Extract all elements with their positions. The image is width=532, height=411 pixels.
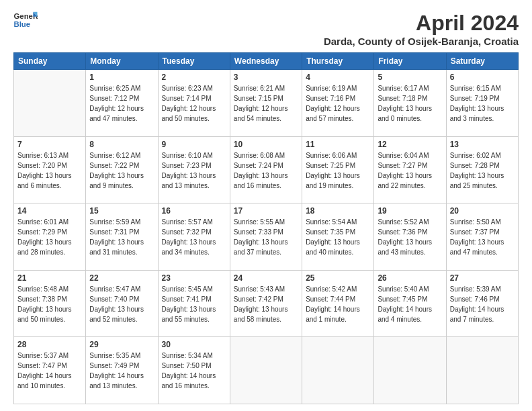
day-number: 16 <box>162 206 226 216</box>
month-year: April 2024 <box>324 11 519 36</box>
day-info: Sunrise: 5:43 AMSunset: 7:42 PMDaylight:… <box>234 284 298 324</box>
weekday-header: Wednesday <box>230 53 302 70</box>
day-info: Sunrise: 5:52 AMSunset: 7:36 PMDaylight:… <box>378 217 442 257</box>
weekday-header: Thursday <box>302 53 374 70</box>
day-info: Sunrise: 5:39 AMSunset: 7:46 PMDaylight:… <box>450 284 515 324</box>
calendar-day: 9Sunrise: 6:10 AMSunset: 7:23 PMDaylight… <box>158 136 230 203</box>
calendar-day: 6Sunrise: 6:15 AMSunset: 7:19 PMDaylight… <box>446 70 518 137</box>
calendar-day <box>446 337 518 404</box>
day-number: 22 <box>89 273 154 283</box>
weekday-header: Monday <box>86 53 158 70</box>
day-number: 15 <box>89 206 154 216</box>
day-number: 10 <box>234 140 298 149</box>
day-number: 29 <box>89 340 154 349</box>
day-number: 14 <box>17 206 82 216</box>
day-info: Sunrise: 6:25 AMSunset: 7:12 PMDaylight:… <box>89 83 154 124</box>
day-info: Sunrise: 5:35 AMSunset: 7:49 PMDaylight:… <box>89 351 154 391</box>
calendar-day: 18Sunrise: 5:54 AMSunset: 7:35 PMDayligh… <box>302 203 374 271</box>
calendar-day: 28Sunrise: 5:37 AMSunset: 7:47 PMDayligh… <box>14 337 86 404</box>
day-info: Sunrise: 6:08 AMSunset: 7:24 PMDaylight:… <box>234 150 298 191</box>
calendar-day: 21Sunrise: 5:48 AMSunset: 7:38 PMDayligh… <box>14 270 86 337</box>
calendar-day: 25Sunrise: 5:42 AMSunset: 7:44 PMDayligh… <box>302 270 374 337</box>
calendar-day: 22Sunrise: 5:47 AMSunset: 7:40 PMDayligh… <box>86 270 158 337</box>
day-number: 28 <box>17 340 82 349</box>
calendar-day: 20Sunrise: 5:50 AMSunset: 7:37 PMDayligh… <box>446 203 518 271</box>
page: General Blue April 2024 Darda, County of… <box>0 0 532 411</box>
day-number: 24 <box>234 273 298 283</box>
calendar-day: 19Sunrise: 5:52 AMSunset: 7:36 PMDayligh… <box>374 203 446 271</box>
day-number: 25 <box>306 273 370 283</box>
day-info: Sunrise: 6:01 AMSunset: 7:29 PMDaylight:… <box>17 217 82 257</box>
calendar-day: 1Sunrise: 6:25 AMSunset: 7:12 PMDaylight… <box>86 70 158 137</box>
day-info: Sunrise: 5:48 AMSunset: 7:38 PMDaylight:… <box>17 284 82 324</box>
day-info: Sunrise: 5:50 AMSunset: 7:37 PMDaylight:… <box>450 217 515 257</box>
day-number: 23 <box>162 273 226 283</box>
calendar-day: 16Sunrise: 5:57 AMSunset: 7:32 PMDayligh… <box>158 203 230 271</box>
day-number: 20 <box>450 206 515 216</box>
day-info: Sunrise: 6:13 AMSunset: 7:20 PMDaylight:… <box>17 150 82 191</box>
weekday-header: Saturday <box>446 53 518 70</box>
day-number: 5 <box>378 73 442 82</box>
day-number: 19 <box>378 206 442 216</box>
calendar-day: 15Sunrise: 5:59 AMSunset: 7:31 PMDayligh… <box>86 203 158 271</box>
calendar-day: 11Sunrise: 6:06 AMSunset: 7:25 PMDayligh… <box>302 136 374 203</box>
calendar-day: 3Sunrise: 6:21 AMSunset: 7:15 PMDaylight… <box>230 70 302 137</box>
calendar-day: 17Sunrise: 5:55 AMSunset: 7:33 PMDayligh… <box>230 203 302 271</box>
day-number: 13 <box>450 140 515 149</box>
calendar: SundayMondayTuesdayWednesdayThursdayFrid… <box>13 52 519 404</box>
day-info: Sunrise: 5:55 AMSunset: 7:33 PMDaylight:… <box>234 217 298 257</box>
day-info: Sunrise: 6:19 AMSunset: 7:16 PMDaylight:… <box>306 83 370 124</box>
header: General Blue April 2024 Darda, County of… <box>13 11 519 47</box>
calendar-day <box>302 337 374 404</box>
calendar-week: 1Sunrise: 6:25 AMSunset: 7:12 PMDaylight… <box>14 70 519 137</box>
day-number: 3 <box>234 73 298 82</box>
day-info: Sunrise: 6:04 AMSunset: 7:27 PMDaylight:… <box>378 150 442 191</box>
calendar-week: 21Sunrise: 5:48 AMSunset: 7:38 PMDayligh… <box>14 270 519 337</box>
day-number: 26 <box>378 273 442 283</box>
calendar-day <box>14 70 86 137</box>
calendar-day: 13Sunrise: 6:02 AMSunset: 7:28 PMDayligh… <box>446 136 518 203</box>
calendar-day: 14Sunrise: 6:01 AMSunset: 7:29 PMDayligh… <box>14 203 86 271</box>
day-info: Sunrise: 5:45 AMSunset: 7:41 PMDaylight:… <box>162 284 226 324</box>
day-number: 12 <box>378 140 442 149</box>
calendar-day <box>230 337 302 404</box>
calendar-day: 30Sunrise: 5:34 AMSunset: 7:50 PMDayligh… <box>158 337 230 404</box>
day-info: Sunrise: 6:17 AMSunset: 7:18 PMDaylight:… <box>378 83 442 124</box>
day-info: Sunrise: 5:54 AMSunset: 7:35 PMDaylight:… <box>306 217 370 257</box>
day-info: Sunrise: 6:06 AMSunset: 7:25 PMDaylight:… <box>306 150 370 191</box>
weekday-header: Friday <box>374 53 446 70</box>
day-number: 1 <box>89 73 154 82</box>
calendar-week: 28Sunrise: 5:37 AMSunset: 7:47 PMDayligh… <box>14 337 519 404</box>
calendar-day: 8Sunrise: 6:12 AMSunset: 7:22 PMDaylight… <box>86 136 158 203</box>
day-info: Sunrise: 6:02 AMSunset: 7:28 PMDaylight:… <box>450 150 515 191</box>
day-number: 21 <box>17 273 82 283</box>
day-info: Sunrise: 5:42 AMSunset: 7:44 PMDaylight:… <box>306 284 370 324</box>
day-info: Sunrise: 6:15 AMSunset: 7:19 PMDaylight:… <box>450 83 515 124</box>
calendar-day: 2Sunrise: 6:23 AMSunset: 7:14 PMDaylight… <box>158 70 230 137</box>
svg-text:Blue: Blue <box>14 20 31 28</box>
day-number: 17 <box>234 206 298 216</box>
day-info: Sunrise: 6:10 AMSunset: 7:23 PMDaylight:… <box>162 150 226 191</box>
day-number: 11 <box>306 140 370 149</box>
calendar-day: 26Sunrise: 5:40 AMSunset: 7:45 PMDayligh… <box>374 270 446 337</box>
day-number: 27 <box>450 273 515 283</box>
calendar-day: 5Sunrise: 6:17 AMSunset: 7:18 PMDaylight… <box>374 70 446 137</box>
day-number: 9 <box>162 140 226 149</box>
title-block: April 2024 Darda, County of Osijek-Baran… <box>324 11 519 47</box>
calendar-week: 7Sunrise: 6:13 AMSunset: 7:20 PMDaylight… <box>14 136 519 203</box>
day-number: 4 <box>306 73 370 82</box>
day-number: 8 <box>89 140 154 149</box>
calendar-day: 4Sunrise: 6:19 AMSunset: 7:16 PMDaylight… <box>302 70 374 137</box>
calendar-day: 23Sunrise: 5:45 AMSunset: 7:41 PMDayligh… <box>158 270 230 337</box>
day-info: Sunrise: 5:59 AMSunset: 7:31 PMDaylight:… <box>89 217 154 257</box>
day-info: Sunrise: 5:37 AMSunset: 7:47 PMDaylight:… <box>17 351 82 391</box>
day-number: 2 <box>162 73 226 82</box>
weekday-header: Tuesday <box>158 53 230 70</box>
location: Darda, County of Osijek-Baranja, Croatia <box>324 36 519 47</box>
calendar-day: 10Sunrise: 6:08 AMSunset: 7:24 PMDayligh… <box>230 136 302 203</box>
calendar-week: 14Sunrise: 6:01 AMSunset: 7:29 PMDayligh… <box>14 203 519 271</box>
day-number: 30 <box>162 340 226 349</box>
calendar-day: 7Sunrise: 6:13 AMSunset: 7:20 PMDaylight… <box>14 136 86 203</box>
calendar-day: 27Sunrise: 5:39 AMSunset: 7:46 PMDayligh… <box>446 270 518 337</box>
logo-icon: General Blue <box>13 11 38 30</box>
